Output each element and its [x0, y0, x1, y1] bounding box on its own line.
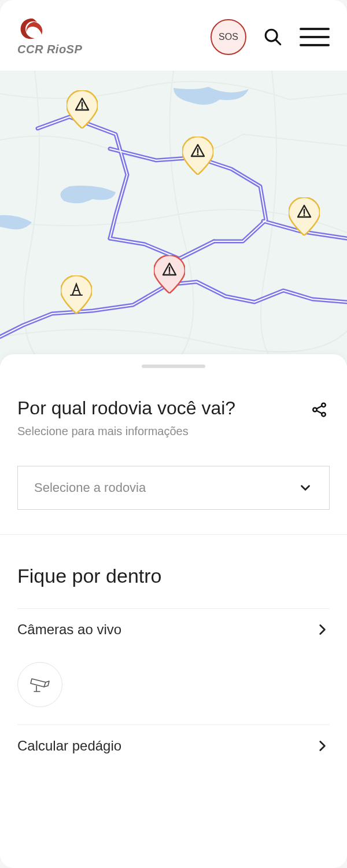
map-marker-cone[interactable]: [61, 275, 92, 314]
hamburger-icon: [300, 28, 330, 30]
svg-point-13: [313, 408, 317, 412]
svg-line-16: [316, 406, 322, 409]
share-icon: [311, 401, 328, 418]
section-title: Fique por dentro: [17, 565, 330, 587]
svg-point-8: [304, 215, 305, 216]
panel-subtitle: Selecione para mais informações: [17, 425, 235, 438]
search-button[interactable]: [263, 27, 283, 47]
menu-button[interactable]: [300, 25, 330, 49]
select-placeholder: Selecione a rodovia: [34, 480, 146, 495]
sos-label: SOS: [219, 32, 238, 42]
list-item-cameras[interactable]: Câmeras ao vivo: [17, 608, 330, 650]
map-marker-warning-critical[interactable]: [154, 255, 185, 293]
bottom-panel: Por qual rodovia você vai? Selecione par…: [0, 354, 347, 868]
header-actions: SOS: [211, 19, 330, 55]
svg-point-10: [169, 273, 171, 274]
map-view[interactable]: [0, 71, 347, 372]
svg-point-15: [322, 413, 326, 417]
svg-point-4: [82, 108, 83, 109]
header: CCR RioSP SOS: [0, 0, 347, 71]
search-icon: [263, 27, 283, 47]
list-item-label: Câmeras ao vivo: [17, 621, 121, 638]
share-button[interactable]: [309, 399, 330, 420]
drag-handle[interactable]: [142, 365, 205, 368]
logo-swirl-icon: [17, 17, 46, 41]
map-marker-warning[interactable]: [289, 197, 320, 236]
app-root: CCR RioSP SOS: [0, 0, 347, 868]
highway-select[interactable]: Selecione a rodovia: [17, 466, 330, 510]
section-divider: [0, 534, 347, 535]
chevron-right-icon: [315, 622, 330, 637]
list-item-toll[interactable]: Calcular pedágio: [17, 724, 330, 767]
svg-point-14: [322, 403, 326, 407]
map-marker-warning[interactable]: [67, 90, 98, 128]
camera-thumbnail[interactable]: [17, 662, 62, 707]
svg-line-17: [316, 411, 322, 414]
panel-header: Por qual rodovia você vai? Selecione par…: [17, 397, 330, 438]
brand-text: CCR RioSP: [17, 43, 82, 56]
svg-line-1: [276, 39, 280, 44]
list-item-label: Calcular pedágio: [17, 738, 121, 754]
svg-point-6: [197, 154, 199, 156]
camera-icon: [28, 673, 51, 696]
chevron-down-icon: [298, 480, 313, 495]
panel-title: Por qual rodovia você vai?: [17, 397, 235, 419]
brand-logo[interactable]: CCR RioSP: [17, 17, 82, 56]
sos-button[interactable]: SOS: [211, 19, 246, 55]
chevron-right-icon: [315, 738, 330, 753]
map-marker-warning[interactable]: [182, 137, 213, 175]
